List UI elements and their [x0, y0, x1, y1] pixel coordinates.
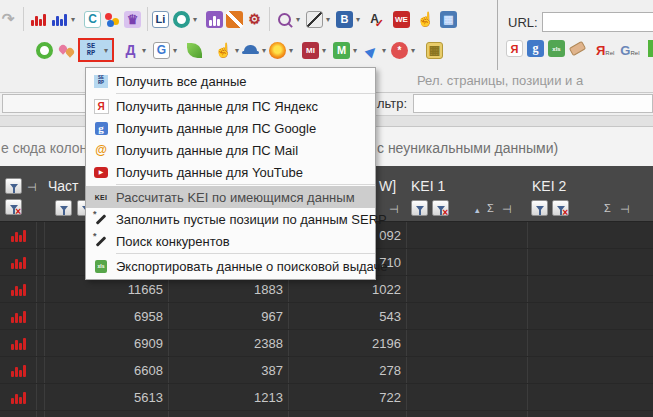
header-frequency[interactable]: Част — [48, 178, 79, 194]
dropdown-caret[interactable]: ▾ — [323, 15, 333, 24]
yandex-button[interactable]: Я — [506, 40, 523, 57]
table-row[interactable]: 6958 967 543 — [0, 303, 653, 330]
orange-chart-button[interactable] — [226, 11, 243, 28]
xls-export-button[interactable]: xls — [548, 40, 565, 57]
direct-d-button[interactable]: Д — [122, 42, 139, 59]
header-kei2[interactable]: KEI 2 — [532, 178, 566, 194]
google-button[interactable]: g — [527, 40, 544, 57]
frequency-blue-chart-button[interactable] — [51, 11, 68, 28]
dropdown-caret[interactable]: ▾ — [139, 46, 149, 55]
menu-item-calculate-kei[interactable]: KEI Рассчитать KEI по имеющимся данным — [86, 186, 375, 208]
filter-clear-button[interactable]: × — [5, 199, 22, 215]
yandex-relevance-button[interactable]: ЯRel — [596, 40, 614, 57]
calculator-button[interactable]: ▦ — [440, 11, 457, 28]
row-chart-icon[interactable] — [11, 228, 26, 242]
dropdown-caret[interactable]: ▾ — [286, 46, 296, 55]
header-w-fragment[interactable]: W] — [379, 178, 396, 194]
spellcheck-button[interactable]: A✓ — [366, 11, 383, 28]
crown-button[interactable]: ♛ — [124, 11, 141, 28]
dropdown-caret[interactable]: ▾ — [408, 46, 418, 55]
map-pins-button[interactable] — [58, 42, 75, 59]
mi-service-button[interactable]: MI — [302, 42, 319, 59]
google-relevance-button[interactable]: GRel — [620, 40, 639, 57]
pin-icon[interactable]: ⊣ — [620, 204, 630, 215]
menu-item-fill-positions[interactable]: * Заполнить пустые позиции по данным SER… — [86, 208, 375, 230]
filter-clear-button[interactable]: × — [432, 200, 449, 216]
menu-item-find-competitors[interactable]: * Поиск конкурентов — [86, 230, 375, 252]
filter-funnel-button[interactable] — [55, 200, 72, 216]
row-chart-icon[interactable] — [11, 309, 26, 323]
filter-funnel-button[interactable] — [531, 200, 548, 216]
filter-clear-button[interactable]: × — [552, 200, 569, 216]
leaf-button[interactable] — [186, 42, 203, 59]
clipped-toolbar-icon[interactable] — [648, 40, 653, 57]
menu-item-get-yandex[interactable]: Я Получить данные для ПС Яндекс — [86, 95, 375, 117]
coin-button[interactable] — [173, 11, 190, 28]
pin-icon[interactable]: ⊣ — [27, 182, 37, 193]
menu-item-get-all-data[interactable]: SERP Получить все данные — [86, 70, 375, 92]
hand-2-button[interactable]: ☝ — [215, 42, 232, 59]
table-row[interactable]: 6608 387 278 — [0, 357, 653, 384]
liveinternet-button[interactable]: Li — [152, 11, 169, 28]
pin-icon[interactable]: ⊣ — [389, 204, 399, 215]
row-chart-icon[interactable] — [11, 255, 26, 269]
google-g-button[interactable]: G — [153, 42, 170, 59]
dropdown-caret[interactable]: ▾ — [293, 15, 303, 24]
eraser-button[interactable] — [569, 40, 586, 57]
dropdown-caret[interactable]: ▾ — [232, 46, 242, 55]
arrow-up-right-button[interactable]: ▶ — [358, 38, 382, 62]
m-service-button[interactable]: M — [333, 42, 350, 59]
menu-item-get-google[interactable]: g Получить данные для ПС Google — [86, 117, 375, 139]
search-button[interactable] — [276, 11, 293, 28]
collect-c-button[interactable]: C — [84, 11, 101, 28]
table-row[interactable]: 5613 1213 722 — [0, 384, 653, 411]
sigma-summary-button[interactable]: Σ — [487, 203, 494, 214]
red-robot-button[interactable]: * — [391, 42, 408, 59]
filter-input-right[interactable] — [413, 94, 653, 113]
serp-dropdown-menu: SERP Получить все данные Я Получить данн… — [85, 67, 376, 280]
dropdown-caret[interactable]: ▾ — [353, 15, 363, 24]
table-row[interactable]: 6909 2388 2196 — [0, 330, 653, 357]
package-box-button[interactable]: ▦ — [426, 42, 443, 59]
fireball-button[interactable] — [269, 42, 286, 59]
dropdown-caret[interactable]: ▾ — [259, 46, 269, 55]
menu-item-get-mail[interactable]: @ Получить данные для ПС Mail — [86, 139, 375, 161]
pin-icon[interactable]: ⊣ — [502, 204, 512, 215]
hand-button[interactable]: ☝ — [417, 11, 434, 28]
row-chart-icon[interactable] — [11, 282, 26, 296]
menu-item-get-youtube[interactable]: ▶ Получить данные для YouTube — [86, 161, 375, 183]
spy-hat-button[interactable] — [242, 42, 259, 59]
group-by-hint-text: е сюда колон — [1, 140, 87, 156]
we-service-button[interactable]: WE — [393, 11, 410, 28]
serp-button-highlighted[interactable]: SERP ▾ — [78, 38, 114, 62]
cell-quoted: 1213 — [168, 390, 288, 405]
dropdown-caret[interactable]: ▾ — [68, 15, 78, 24]
table-row[interactable]: 11665 1883 1022 — [0, 276, 653, 303]
table-row[interactable]: 4817 745 418 — [0, 411, 653, 417]
toolbar-separator — [147, 7, 148, 31]
cell-exact: 543 — [288, 309, 406, 324]
filter-funnel-button[interactable] — [411, 200, 428, 216]
row-chart-icon[interactable] — [11, 363, 26, 377]
filter-funnel-button[interactable] — [5, 178, 22, 194]
row-chart-icon[interactable] — [11, 390, 26, 404]
url-input[interactable] — [542, 12, 653, 32]
url-panel: URL: Я g xls ЯRel GRel — [497, 0, 653, 70]
menu-item-export-serp-data[interactable]: xls Экспортировать данные о поисковой вы… — [86, 255, 375, 277]
redo-icon[interactable]: ↷ — [1, 11, 15, 28]
cell-quoted: 967 — [168, 309, 288, 324]
dropdown-caret[interactable]: ▾ — [319, 46, 329, 55]
tools-wrench-button[interactable]: ⚙ — [246, 11, 263, 28]
b-service-button[interactable]: B — [336, 11, 353, 28]
row-chart-icon[interactable] — [11, 336, 26, 350]
dropdown-caret[interactable]: ▾ — [170, 46, 180, 55]
dropdown-caret[interactable]: ▾ — [190, 15, 200, 24]
purple-chart-button[interactable] — [206, 11, 223, 28]
dropdown-caret[interactable]: ▾ — [101, 46, 111, 55]
o-ring-button[interactable] — [36, 42, 53, 59]
colored-dots-button[interactable] — [104, 11, 121, 28]
header-kei1[interactable]: KEI 1 — [411, 178, 445, 194]
sigma-summary-button[interactable]: Σ — [604, 203, 611, 214]
graph-popup-button[interactable] — [306, 11, 323, 28]
frequency-red-chart-button[interactable] — [30, 11, 47, 28]
